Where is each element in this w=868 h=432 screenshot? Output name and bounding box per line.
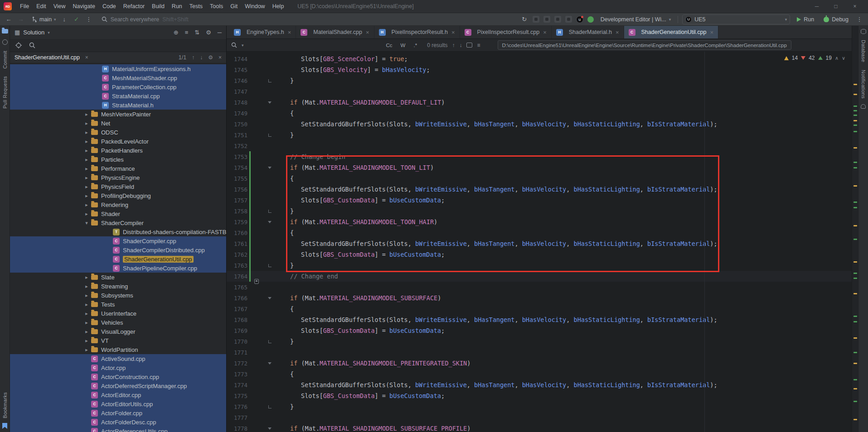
code-text[interactable]: Slots[GBS_SceneColor] = true; [276,53,408,64]
analysis-mark[interactable] [853,84,857,85]
code-line-1771[interactable]: 1771 [227,347,852,358]
tree-item-shaderpipelinecompiler-cpp[interactable]: CShaderPipelineCompiler.cpp [10,264,226,273]
line-number[interactable]: 1768 [227,317,247,323]
line-number[interactable]: 1776 [227,403,247,410]
debug-button[interactable]: Debug [821,15,851,24]
find-next-icon[interactable]: ↓ [459,42,462,48]
menu-tests[interactable]: Tests [186,2,206,11]
search-settings-icon[interactable]: ⚙ [208,54,213,61]
code-text[interactable]: // Change end [276,271,338,282]
line-number[interactable]: 1754 [227,164,247,171]
commit-tool-icon[interactable] [2,39,8,45]
tree-item-stratamaterial-h[interactable]: HStrataMaterial.h [10,101,226,110]
clear-search-icon[interactable]: × [85,54,88,61]
maximize-button[interactable]: □ [826,3,845,10]
code-line-1744[interactable]: 1744Slots[GBS_SceneColor] = true; [227,53,852,64]
code-line-1758[interactable]: 1758} [227,206,852,216]
tree-item-userinterface[interactable]: ▸UserInterface [10,309,226,318]
analysis-mark[interactable] [853,147,857,149]
tree-item-performance[interactable]: ▸Performance [10,164,226,173]
line-number[interactable]: 1767 [227,306,247,312]
line-number[interactable]: 1747 [227,88,247,95]
fold-start-icon[interactable] [268,362,272,365]
tree-item-physicsengine[interactable]: ▸PhysicsEngine [10,173,226,182]
database-tool-icon[interactable] [861,29,866,34]
unreal-link-icon[interactable]: u [576,16,583,23]
forward-button[interactable]: → [17,16,25,23]
close-search-icon[interactable]: × [218,54,222,61]
code-text[interactable]: Slots[GBS_CustomData] = bUseCustomData; [276,325,445,336]
solution-panel-title[interactable]: Solution [23,29,44,36]
line-number[interactable]: 1758 [227,208,247,215]
code-line-1753[interactable]: 1753// Change begin [227,151,852,162]
tree-item-actorfolderdesc-cpp[interactable]: CActorFolderDesc.cpp [10,418,226,427]
code-line-1774[interactable]: 1774SetStandardGBufferSlots(Slots, bWrit… [227,379,852,390]
tree-item-slate[interactable]: ▸Slate [10,273,226,282]
tree-item-actoreditorutils-cpp[interactable]: CActorEditorUtils.cpp [10,399,226,408]
chevron-right-icon[interactable]: ▸ [82,120,91,126]
code-text[interactable]: if (Mat.MATERIAL_SHADINGMODEL_SUBSURFACE… [276,293,441,303]
search-next-icon[interactable]: ↓ [200,54,203,61]
tree-item-actor-cpp[interactable]: CActor.cpp [10,363,226,372]
find-prev-icon[interactable]: ↑ [452,42,455,48]
search-everywhere[interactable]: Search everywhere Shift+Shift [102,16,189,23]
chevron-right-icon[interactable]: ▸ [82,111,91,117]
code-line-1747[interactable]: 1747 [227,86,852,97]
bookmarks-tool-icon[interactable] [2,423,7,429]
line-number[interactable]: 1753 [227,154,247,160]
tool-icon-1[interactable] [533,16,539,23]
line-number[interactable]: 1764 [227,273,247,280]
prev-problem-icon[interactable]: ∧ [835,55,839,61]
line-number[interactable]: 1744 [227,56,247,62]
chevron-right-icon[interactable]: ▸ [82,293,91,298]
hide-panel-icon[interactable]: ─ [218,29,222,36]
solution-search-bar[interactable]: ShaderGenerationUtil.cpp × 1/1 ↑ ↓ ⚙ × [10,52,226,63]
chevron-right-icon[interactable]: ▸ [82,130,91,135]
code-text[interactable]: if (Mat.MATERIAL_SHADINGMODEL_DEFAULT_LI… [276,97,445,108]
line-number[interactable]: 1774 [227,382,247,389]
git-more-button[interactable]: ⋮ [85,16,93,23]
code-line-1769[interactable]: 1769Slots[GBS_CustomData] = bUseCustomDa… [227,325,852,336]
find-input[interactable] [248,39,380,51]
code-text[interactable]: if (Mat.MATERIAL_SHADINGMODEL_SUBSURFACE… [276,423,470,432]
tree-item-actordeferredscriptmanager-cpp[interactable]: CActorDeferredScriptManager.cpp [10,381,226,390]
close-tab-icon[interactable]: × [543,29,547,36]
chevron-right-icon[interactable]: ▸ [82,274,91,280]
sort-icon[interactable]: ⇅ [194,29,199,36]
analysis-mark[interactable] [853,106,857,107]
toolbar-more-button[interactable]: ⋮ [855,16,863,23]
update-project-button[interactable]: ↓ [60,16,68,23]
line-number[interactable]: 1750 [227,121,247,128]
editor[interactable]: 1744Slots[GBS_SceneColor] = true;1745Slo… [227,52,852,432]
tree-item-shader[interactable]: ▸Shader [10,209,226,218]
code-line-1762[interactable]: 1762Slots[GBS_CustomData] = bUseCustomDa… [227,249,852,260]
code-text[interactable]: SetStandardGBufferSlots(Slots, bWriteEmi… [276,379,718,390]
analysis-mark[interactable] [853,162,857,163]
panel-search-icon[interactable] [29,42,35,48]
file-path-breadcrumb[interactable]: D:\codes\UnrealEngine51\UnrealEngine\Eng… [498,40,791,50]
error-stripe[interactable] [852,26,858,432]
code-text[interactable]: SetStandardGBufferSlots(Slots, bWriteEmi… [276,314,718,325]
code-line-1755[interactable]: 1755{ [227,173,852,184]
code-text[interactable]: if (Mat.MATERIAL_SHADINGMODEL_TOON_LIT) [276,162,434,173]
code-line-1752[interactable]: 1752 [227,140,852,151]
minimize-button[interactable]: ─ [807,3,826,10]
code-text[interactable]: } [276,75,294,86]
code-line-1757[interactable]: 1757Slots[GBS_CustomData] = bUseCustomDa… [227,195,852,206]
code-text[interactable]: Slots[GBS_Velocity] = bHasVelocity; [276,64,430,75]
code-line-1756[interactable]: 1756SetStandardGBufferSlots(Slots, bWrit… [227,184,852,195]
code-line-1748[interactable]: 1748if (Mat.MATERIAL_SHADINGMODEL_DEFAUL… [227,97,852,108]
analysis-mark[interactable] [853,419,857,420]
tree-item-materialuniformexpressions-h[interactable]: HMaterialUniformExpressions.h [10,64,226,73]
code-text[interactable]: SetStandardGBufferSlots(Slots, bWriteEmi… [276,184,718,195]
analysis-mark[interactable] [853,316,857,317]
code-line-1761[interactable]: 1761SetStandardGBufferSlots(Slots, bWrit… [227,238,852,249]
analysis-mark[interactable] [853,131,857,132]
line-number[interactable]: 1772 [227,360,247,367]
build-config-selector[interactable]: Development Editor | Wi... ▾ [598,15,674,24]
line-number[interactable]: 1752 [227,143,247,149]
code-line-1751[interactable]: 1751} [227,130,852,140]
code-text[interactable]: { [276,227,294,238]
tree-item-net[interactable]: ▸Net [10,119,226,128]
code-text[interactable]: Slots[GBS_CustomData] = bUseCustomData; [276,390,445,401]
